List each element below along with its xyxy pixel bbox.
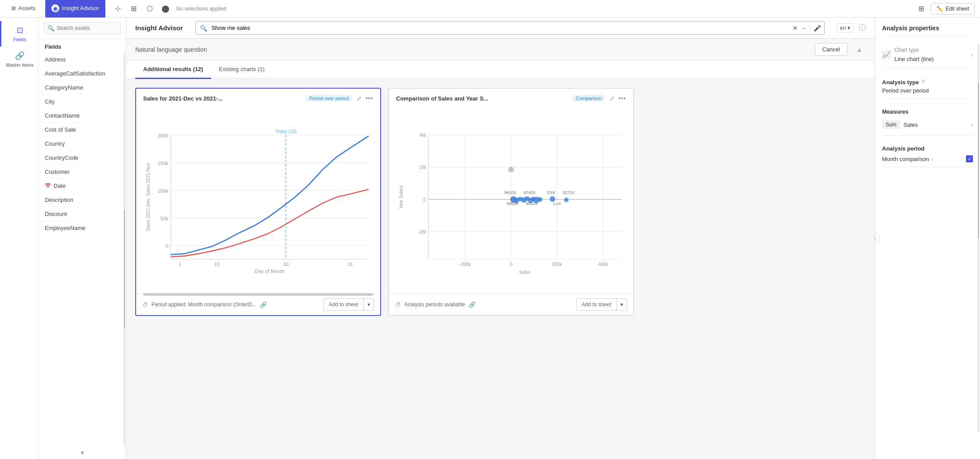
analysis-type-help[interactable]: ? [922,79,925,86]
grid-layout-icon[interactable]: ⊞ [916,3,927,14]
chart-1-scrollbar[interactable] [143,293,373,296]
chart-2-body: 4M 2M 0 -2M -200k 0 200k 400k Year Salar… [389,105,633,294]
svg-text:0: 0 [166,244,168,249]
chart-2-badge: Comparison [572,95,605,102]
field-item-date[interactable]: 📅 Date [39,179,126,193]
clock-icon-2: ⏱ [395,301,401,308]
svg-text:10: 10 [214,262,220,267]
right-panel-scrollbar [978,44,979,433]
microphone-icon[interactable]: 🎤 [814,25,821,32]
chart-1-footer: ⏱ Period applied: Month comparison (Orde… [136,294,380,315]
field-item-description[interactable]: Description [39,193,126,207]
chart-card-1: Sales for 2021-Dec vs 2021-... Period ov… [135,88,381,316]
svg-text:100k: 100k [158,188,169,194]
field-item-city[interactable]: City [39,95,126,109]
search-clear-icon[interactable]: ✕ [793,25,798,32]
cancel-button[interactable]: Cancel [815,43,847,56]
fields-panel: 🔍 Fields Address AverageCallSatisfaction… [39,18,126,459]
lasso-icon[interactable]: ⬡ [144,3,155,14]
language-selector[interactable]: en ▾ [837,23,854,32]
chart-type-item[interactable]: 📈 Chart type Line chart (line) › [882,45,973,64]
chart-type-chevron[interactable]: › [971,51,973,58]
selections-label: No selections applied [177,6,227,12]
chart-card-1-header: Sales for 2021-Dec vs 2021-... Period ov… [136,89,380,105]
field-item-country[interactable]: Country [39,137,126,151]
expand-icon-2[interactable]: ⤢ [609,95,615,102]
period-left: Month comparison › [882,155,933,162]
calendar-icon: 📅 [45,183,51,189]
field-item-discount[interactable]: Discount [39,207,126,221]
chart-1-body: 200k 150k 100k 50k 0 Sales 2021-Dec, Sal… [136,105,380,294]
measure-chevron[interactable]: › [971,121,973,128]
svg-text:2M: 2M [420,165,426,170]
measure-left: Sum Sales [882,120,918,129]
link-icon[interactable]: 🔗 [260,301,267,308]
left-sidebar: ⊡ Fields 🔗 Master items [0,18,39,459]
measure-item-sales[interactable]: Sum Sales › [882,118,973,131]
svg-point-52 [564,197,569,202]
field-item-avgcall[interactable]: AverageCallSatisfaction [39,67,126,81]
scrollbar-thumb[interactable] [124,210,125,328]
scroll-down-arrow[interactable]: ▼ [39,447,126,459]
tab-existing-charts[interactable]: Existing charts (1) [211,61,273,79]
chart-type-section: 📈 Chart type Line chart (line) › [882,41,973,69]
sidebar-item-master-items[interactable]: 🔗 Master items [0,47,38,72]
search-submit-icon[interactable]: → [800,25,807,32]
scrollbar-track [124,53,125,447]
right-panel-scrollbar-thumb[interactable] [978,83,979,238]
field-item-contactname[interactable]: ContactName [39,109,126,123]
more-options-icon-2[interactable]: ••• [618,95,626,102]
period-chevron[interactable]: › [931,155,933,162]
chart-card-2: Comparison of Sales and Year S... Compar… [388,88,634,316]
add-to-sheet-button-2[interactable]: Add to sheet ▾ [576,298,627,311]
right-panel-collapse[interactable]: › [875,233,880,243]
field-item-employeename[interactable]: EmployeeName [39,221,126,235]
svg-text:Year Salary: Year Salary [399,185,404,209]
svg-text:02733: 02733 [563,190,574,195]
grid-select-icon[interactable]: ⊞ [128,3,140,14]
svg-text:4M: 4M [420,133,426,138]
field-item-countrycode[interactable]: CountryCode [39,151,126,165]
tab-insight-advisor[interactable]: ◉ Insight Advisor [45,0,105,18]
line-chart-icon: 📈 [882,50,891,59]
expand-icon[interactable]: ⤢ [357,95,362,102]
svg-point-50 [538,197,542,201]
add-to-sheet-button-1[interactable]: Add to sheet ▾ [323,298,374,311]
analysis-type-heading: Analysis type [882,79,919,86]
svg-text:0: 0 [423,197,426,202]
field-item-customer[interactable]: Customer [39,165,126,179]
edit-sheet-button[interactable]: ✏️ Edit sheet [931,3,975,14]
tab-assets[interactable]: ⊠ Assets [5,0,42,18]
field-item-categoryname[interactable]: CategoryName [39,81,126,95]
svg-text:150k: 150k [158,161,169,166]
analysis-period-checkbox[interactable]: ✓ [966,155,973,162]
analysis-period-section: Analysis period Month comparison › ✓ [882,141,973,167]
fields-panel-title: Fields [39,39,126,53]
content-area: 🔍 Fields Address AverageCallSatisfaction… [39,18,980,459]
field-item-costofsale[interactable]: Cost of Sale [39,123,126,137]
svg-text:Sales 2021-Dec, Sales 2021-Nov: Sales 2021-Dec, Sales 2021-Nov [146,163,151,231]
svg-text:-200k: -200k [459,262,471,267]
svg-text:0: 0 [510,262,512,267]
svg-text:50k: 50k [160,216,169,221]
add-to-sheet-arrow-2[interactable]: ▾ [617,299,627,310]
more-options-icon[interactable]: ••• [365,95,373,102]
info-icon[interactable]: ⓘ [859,23,866,32]
search-assets-input[interactable] [44,22,121,34]
main-layout: ⊡ Fields 🔗 Master items 🔍 Fields Address… [0,18,980,459]
scatter-chart-svg: 4M 2M 0 -2M -200k 0 200k 400k Year Salar… [396,109,626,290]
add-to-sheet-arrow-1[interactable]: ▾ [364,299,374,310]
paint-icon[interactable]: ⬤ [160,3,171,14]
collapse-icon[interactable]: ▲ [853,46,866,53]
sidebar-item-fields[interactable]: ⊡ Fields [0,21,38,47]
field-item-address[interactable]: Address [39,53,126,67]
search-icon: 🔍 [47,25,54,32]
search-bar-input[interactable] [195,21,825,35]
tab-additional-results[interactable]: Additional results (12) [135,61,211,79]
link-icon-2[interactable]: 🔗 [468,301,476,308]
svg-text:Sales: Sales [519,270,530,275]
selection-tool-icon[interactable]: ⊹ [112,3,124,14]
clock-icon: ⏱ [142,301,148,308]
svg-text:98103: 98103 [504,190,516,195]
chart-1-title: Sales for 2021-Dec vs 2021-... [143,95,301,102]
